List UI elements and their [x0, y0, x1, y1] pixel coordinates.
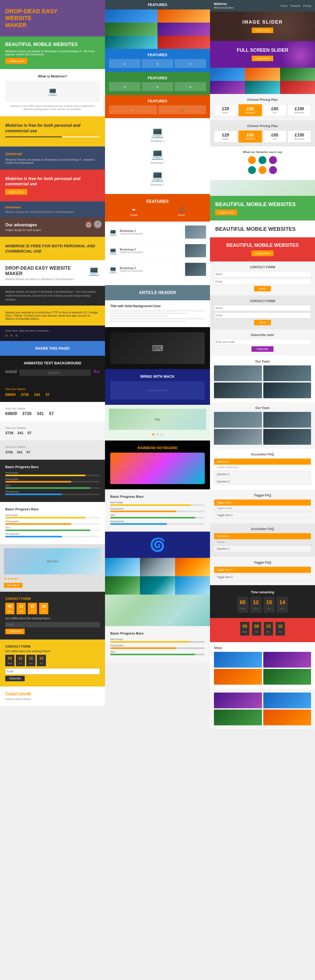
feat-g-box-2: ⚙: [142, 82, 173, 91]
dot-active[interactable]: [152, 433, 154, 436]
spiral-section: 🌀: [105, 531, 210, 558]
contact-email-input-c3[interactable]: [214, 278, 311, 285]
laptop-label: Bootstrap 1: [113, 140, 202, 143]
orange-features-title: FEATURES: [110, 199, 205, 204]
contact2-submit[interactable]: Send: [254, 320, 270, 325]
toggle2-item-1: Toggle Item 1: [214, 566, 311, 573]
shop2-item-4[interactable]: [263, 710, 311, 725]
mobile-red-c3-btn[interactable]: Learn more: [251, 250, 274, 256]
stat-l-1: 3726: [5, 450, 13, 454]
toggle-header-1[interactable]: Toggle Item 1: [214, 500, 311, 506]
price-basic: £29: [215, 107, 236, 111]
acc-header-1[interactable]: Question 1: [214, 459, 311, 465]
toggle2-header-2[interactable]: Toggle Item 2: [214, 574, 311, 580]
timer-dark-sec-num: 14: [279, 599, 285, 605]
shop2-item-3[interactable]: [214, 710, 262, 725]
feat-green-boxes: ⚙ ⚙ ⚙: [109, 82, 206, 91]
price-card-business: £190 Business: [288, 104, 311, 116]
subscribe-btn[interactable]: Subscribe: [251, 346, 274, 352]
mobile-red-c3-title: BEAUTIFUL MOBILE WEBSITES: [215, 243, 310, 248]
contact-yellow-btn[interactable]: Subscribe: [5, 676, 25, 681]
logo-color-accent: Color: [5, 692, 16, 696]
progress2-title: Basic Progress Bars: [110, 632, 205, 635]
image-slider-btn[interactable]: Learn more: [252, 27, 273, 33]
shop-item-1[interactable]: [214, 652, 262, 668]
contact2-email-input[interactable]: [214, 312, 311, 318]
article-line-1: [110, 310, 205, 312]
animated-input[interactable]: [19, 369, 91, 376]
stat-w-2: 3726: [22, 411, 32, 416]
stats-white-section: View Our Statistic 69809 3726 341 57: [0, 402, 105, 422]
timer-red-sec-unit: sec: [278, 631, 282, 633]
subscribe-email-input[interactable]: [214, 339, 311, 345]
t-hrs: 12 hrs: [16, 655, 25, 666]
timer-dark-min: 15 min: [264, 597, 275, 613]
dot-2[interactable]: [156, 433, 159, 436]
shop-item-2[interactable]: [263, 652, 311, 668]
mobile-green-desc: Mobirise themes are based on Bootstrap 3…: [5, 49, 100, 56]
contact-submit-c3[interactable]: Send: [254, 286, 270, 291]
logo-bottom-section: ColorColorM Mobirise Website Builder: [0, 687, 105, 706]
c2-prog-4: Development: [110, 520, 205, 525]
contact-form2-c3: CONTACT FORM Send: [210, 295, 315, 329]
toggle-header-2[interactable]: Toggle Item 2: [214, 512, 311, 518]
c2-p2-2: Photography: [110, 644, 205, 649]
full-screen-btn[interactable]: Learn more: [252, 56, 273, 61]
contact2-name-input[interactable]: [214, 305, 311, 311]
pricing-section-2: Choose Pricing Plan £29 Basic £49 Standa…: [210, 120, 315, 146]
mobile-green-btn[interactable]: Learn more: [5, 58, 27, 64]
dot-3[interactable]: [161, 433, 163, 436]
price-card2-standard: £49 Standard: [239, 130, 262, 143]
laptop-icon: 💻: [48, 87, 57, 96]
acc-header-2[interactable]: Question 2: [214, 471, 311, 477]
nav-item-1[interactable]: Home: [280, 5, 288, 7]
timer-min-unit: min: [31, 610, 34, 612]
contact-submit-btn[interactable]: Subscribe: [5, 629, 25, 634]
shop-item-4[interactable]: [263, 669, 311, 685]
universal2-text: Mobirise themes are based on Bootstrap 3…: [5, 210, 100, 213]
column-2: Features Features ⚙ ⚙ ⚙ Features ⚙ ⚙: [105, 0, 210, 729]
toggle-body-1: Toggle content...: [214, 506, 311, 511]
laptop-mini-1: 💻: [109, 228, 117, 236]
bring-back-preview: Screenshot Preview: [110, 381, 205, 399]
contact-yellow-email[interactable]: [5, 668, 100, 675]
acc2-header-1[interactable]: Question 1: [214, 533, 311, 539]
contact-name-input[interactable]: [214, 271, 311, 277]
shop2-item-2[interactable]: [263, 692, 311, 708]
progress-dark-section: Basic Progress Bars Web Design Photograp…: [0, 460, 105, 502]
contact-email-input[interactable]: [5, 622, 100, 627]
full-screen-section: FULL SCREEN SLIDER Learn more: [210, 41, 315, 68]
timer-days-unit: days: [8, 610, 12, 612]
laptop-big-icon3: 💻: [151, 170, 164, 181]
shop-item-3[interactable]: [214, 669, 262, 685]
hero-line3: MAKER: [5, 22, 27, 29]
feat-orange-title: FEATURES: [109, 99, 206, 103]
subscribe-section: Subscribe now! Subscribe: [210, 329, 315, 356]
acc2-header-2[interactable]: Question 2: [214, 546, 311, 552]
thumb-5: [105, 36, 158, 49]
stat-w-3: 341: [37, 411, 44, 416]
laptop-preview: 💻 Bootstrap 1: [110, 123, 205, 145]
gallery-row-1: [105, 558, 210, 576]
free-red-btn[interactable]: Learn more: [5, 189, 27, 195]
toggle2-header-1[interactable]: Toggle Item 1: [214, 567, 311, 573]
nav-logo-line1: Mobirise: [214, 2, 227, 6]
shop2-item-1[interactable]: [214, 692, 262, 708]
timer-sec-unit: sec: [42, 610, 45, 612]
prog-w-bar-2: Photography: [5, 520, 100, 525]
contact-form-c3-title: CONTACT FORM: [214, 266, 311, 269]
stats-gray-view: View Our Statistic: [5, 426, 100, 430]
nav-item-2[interactable]: Features: [290, 5, 300, 7]
clocks-icon: ⏰🕐: [84, 220, 102, 229]
timer-min: 15 min: [28, 603, 37, 614]
map-btn[interactable]: View More: [4, 583, 22, 588]
map-section-c2: Map: [105, 405, 210, 441]
timer-days-num: 65: [7, 604, 12, 608]
acc-header-3[interactable]: Question 3: [214, 479, 311, 485]
avatar-4: [248, 166, 256, 174]
plan-business: Business: [289, 111, 310, 114]
nav-item-3[interactable]: Pricing: [303, 5, 311, 7]
mobile-green-c3-btn[interactable]: Learn more: [215, 210, 237, 215]
timer-dark-days-unit: days: [240, 607, 245, 609]
stat-num-2: 3726: [21, 393, 29, 397]
